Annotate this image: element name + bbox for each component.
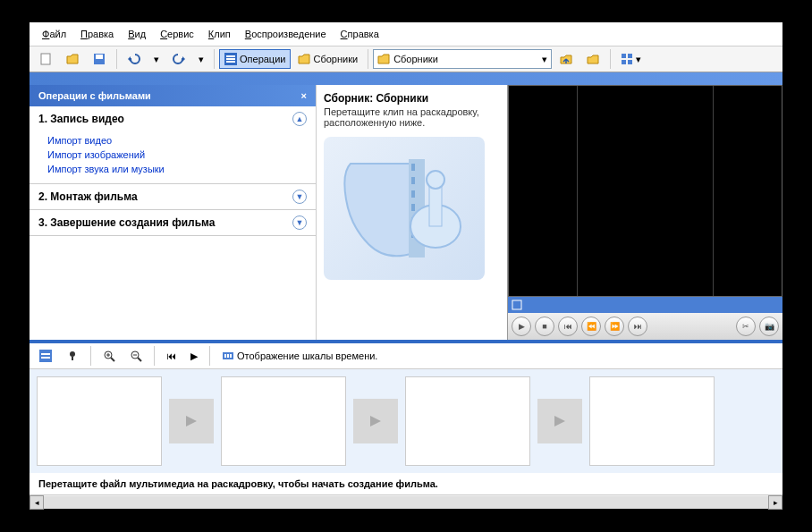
expand-icon[interactable]: ▼ [292,215,307,230]
toolbar: ▾ ▾ Операции Сборники Сборники ▾ ▾ [30,46,782,72]
svg-rect-0 [41,54,50,64]
up-folder-button[interactable] [554,48,579,70]
task-group-2-title[interactable]: 2. Монтаж фильма ▼ [30,184,316,209]
svg-rect-14 [411,190,415,198]
stop-button[interactable]: ■ [535,317,554,336]
snapshot-button[interactable]: 📷 [759,317,779,336]
next-button[interactable]: ⏭ [628,317,647,336]
undo-button[interactable] [122,48,147,70]
storyboard-frame[interactable] [221,376,346,466]
svg-rect-4 [226,55,235,57]
separator [214,49,215,69]
timeline-icon [222,350,234,362]
svg-line-28 [111,358,114,361]
operations-toggle[interactable]: Операции [219,49,291,69]
menu-view[interactable]: Вид [121,26,153,42]
svg-rect-6 [226,61,235,63]
view-button[interactable]: ▾ [615,49,647,69]
rewind-timeline-button[interactable]: ⏮ [161,347,182,365]
timeline-toggle-button[interactable]: Отображение шкалы времени. [216,346,383,366]
scroll-track[interactable] [44,496,768,509]
import-audio-link[interactable]: Импорт звука или музыки [47,162,316,176]
task3-label: 3. Завершение создания фильма [38,216,215,229]
split-button[interactable]: ✂ [736,317,756,336]
svg-rect-7 [622,54,626,58]
svg-rect-37 [230,354,232,358]
rewind-button[interactable]: ⏪ [581,317,601,336]
separator [116,49,117,69]
task-group-1-title[interactable]: 1. Запись видео ▲ [30,106,316,131]
svg-rect-21 [512,300,521,309]
narration-button[interactable] [61,346,84,366]
prev-button[interactable]: ⏮ [558,317,578,336]
menu-play[interactable]: Воспроизведение [238,26,334,42]
new-button[interactable] [33,48,58,70]
collapse-icon[interactable]: ▲ [292,112,307,126]
storyboard[interactable] [30,369,782,473]
redo-button[interactable] [166,48,191,70]
tasks-header: Операции с фильмами × [30,85,316,106]
separator [154,346,155,366]
play-button[interactable]: ▶ [512,317,531,336]
svg-line-32 [138,358,141,361]
separator [209,346,210,366]
transition-slot[interactable] [169,399,214,443]
storyboard-frame[interactable] [37,376,162,466]
location-dropdown[interactable]: Сборники ▾ [373,49,552,69]
open-button[interactable] [60,48,85,70]
horizontal-scrollbar[interactable]: ◂ ▸ [30,494,782,509]
menu-clip[interactable]: Клип [201,26,238,42]
accent-strip [30,72,782,85]
menu-service[interactable]: Сервис [153,26,201,42]
svg-rect-35 [224,354,226,358]
storyboard-frame[interactable] [589,376,715,466]
svg-rect-5 [226,58,235,60]
expand-icon[interactable]: ▼ [292,190,307,204]
svg-point-25 [70,351,75,357]
menu-help[interactable]: Справка [334,26,386,42]
transition-slot[interactable] [537,399,582,443]
task1-label: 1. Запись видео [38,113,124,125]
svg-rect-26 [72,357,73,360]
location-value: Сборники [393,54,438,64]
svg-rect-12 [411,164,415,171]
svg-rect-15 [411,204,415,211]
task2-label: 2. Монтаж фильма [38,190,138,203]
menu-edit[interactable]: Правка [73,26,121,42]
svg-rect-10 [628,60,632,64]
undo-dropdown[interactable]: ▾ [148,50,165,69]
storyboard-frame[interactable] [405,376,530,466]
task-group-3-title[interactable]: 3. Завершение создания фильма ▼ [30,210,316,235]
transition-slot[interactable] [353,399,398,443]
collections-toggle[interactable]: Сборники [292,49,363,69]
redo-dropdown[interactable]: ▾ [193,50,209,69]
zoom-in-button[interactable] [97,346,121,366]
timeline-section: ⏮ ▶ Отображение шкалы времени. Перетащит… [30,340,782,509]
separator [610,49,611,69]
separator [368,49,368,69]
svg-rect-36 [227,354,229,358]
collection-panel: Сборник: Сборники Перетащите клип на рас… [316,85,507,340]
new-folder-button[interactable] [580,48,605,70]
save-button[interactable] [87,48,112,70]
play-timeline-button[interactable]: ▶ [185,347,203,366]
svg-point-20 [427,171,444,189]
zoom-out-button[interactable] [124,346,148,366]
storyboard-hint: Перетащите файл мультимедиа на раскадров… [30,473,782,494]
scroll-right-button[interactable]: ▸ [768,495,782,510]
timeline-toolbar: ⏮ ▶ Отображение шкалы времени. [30,343,782,369]
import-video-link[interactable]: Импорт видео [47,133,316,148]
close-icon[interactable]: × [301,90,307,101]
menu-file[interactable]: Файл [35,26,73,42]
scroll-left-button[interactable]: ◂ [30,495,44,510]
fullscreen-icon[interactable] [512,300,522,310]
menubar: Файл Правка Вид Сервис Клип Воспроизведе… [30,22,782,46]
import-images-link[interactable]: Импорт изображений [47,148,316,162]
collection-title: Сборник: Сборники [324,92,500,105]
film-reel-icon [324,137,485,280]
folder-icon [377,53,390,65]
timeline-view-button[interactable] [34,346,57,366]
seek-bar[interactable] [508,297,782,313]
chevron-down-icon: ▾ [542,54,547,65]
forward-button[interactable]: ⏩ [605,317,624,336]
